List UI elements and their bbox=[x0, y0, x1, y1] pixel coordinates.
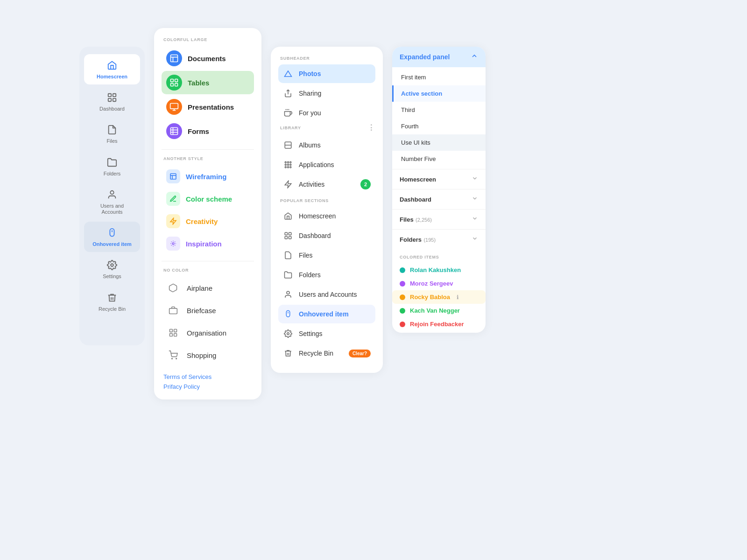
exp-item-first-item[interactable]: First item bbox=[392, 69, 486, 85]
list-section1-header: SUBHEADER bbox=[278, 56, 375, 61]
colored-user-moroz-sergeev[interactable]: Moroz Sergeev bbox=[400, 277, 478, 290]
colorful-item-presentations[interactable]: Presentations bbox=[162, 95, 254, 119]
accordion-text-0: Homescreen bbox=[400, 176, 436, 183]
svg-rect-51 bbox=[285, 232, 287, 235]
popular-item-recycle-bin[interactable]: Recycle Bin Clear? bbox=[278, 344, 375, 363]
sidebar-item-homescreen[interactable]: Homescreen bbox=[84, 54, 140, 84]
library-dots-icon[interactable]: ⋮ bbox=[367, 123, 375, 132]
style-icon-1 bbox=[166, 192, 180, 206]
list-item-applications[interactable]: Applications bbox=[278, 155, 375, 174]
nocolor-item-briefcase[interactable]: Briefcase bbox=[162, 300, 254, 321]
popular-item-homescreen[interactable]: Homescreen bbox=[278, 207, 375, 225]
popular-icon-7 bbox=[283, 348, 293, 358]
colorful-item-documents[interactable]: Documents bbox=[162, 47, 254, 70]
clear-badge[interactable]: Clear? bbox=[349, 350, 371, 357]
accordion-item-dashboard[interactable]: Dashboard bbox=[392, 189, 486, 209]
user-name-1: Moroz Sergeev bbox=[410, 280, 453, 287]
accordion-item-homescreen[interactable]: Homescreen bbox=[392, 169, 486, 189]
svg-rect-31 bbox=[174, 334, 177, 336]
section1-header: COLORFUL LARGE bbox=[162, 37, 254, 42]
sidebar-item-folders[interactable]: Folders bbox=[84, 151, 140, 182]
nocolor-label-0: Airplane bbox=[187, 284, 212, 292]
colored-user-rocky-babloa[interactable]: Rocky Babloa ℹ bbox=[392, 290, 486, 304]
svg-rect-27 bbox=[169, 308, 177, 314]
svg-point-45 bbox=[288, 164, 289, 166]
sidebar-label-1: Dashboard bbox=[99, 106, 125, 112]
list-icon-s2-1 bbox=[283, 160, 293, 170]
colored-user-rolan-kakushken[interactable]: Rolan Kakushken bbox=[400, 263, 478, 277]
sidebar-item-onhovered-item[interactable]: Onhovered item bbox=[84, 222, 140, 252]
svg-rect-8 bbox=[171, 55, 178, 62]
style-item-wireframing[interactable]: Wireframing bbox=[162, 166, 254, 187]
accordion-item-folders[interactable]: Folders (195) bbox=[392, 229, 486, 249]
list-item-for-you[interactable]: For you bbox=[278, 104, 375, 122]
colored-user-rejoin-feedbacker[interactable]: Rejoin Feedbacker bbox=[400, 317, 478, 331]
colorful-item-forms[interactable]: Forms bbox=[162, 119, 254, 143]
svg-point-55 bbox=[287, 291, 289, 294]
nocolor-item-organisation[interactable]: Organisation bbox=[162, 322, 254, 343]
colored-user-kach-van-negger[interactable]: Kach Van Negger bbox=[400, 304, 478, 317]
sidebar-label-6: Settings bbox=[103, 273, 121, 280]
popular-text-2: Files bbox=[299, 252, 371, 259]
style-item-creativity[interactable]: Creativity bbox=[162, 210, 254, 232]
style-item-color-scheme[interactable]: Color scheme bbox=[162, 188, 254, 210]
popular-item-onhovered-item[interactable]: Onhovered item bbox=[278, 305, 375, 323]
sidebar-item-settings[interactable]: Settings bbox=[84, 254, 140, 284]
style-item-inspiration[interactable]: Inspiration bbox=[162, 233, 254, 254]
popular-item-files[interactable]: Files bbox=[278, 246, 375, 265]
list-item-albums[interactable]: Albums bbox=[278, 136, 375, 154]
nocolor-item-airplane[interactable]: Airplane bbox=[162, 277, 254, 299]
popular-item-dashboard[interactable]: Dashboard bbox=[278, 226, 375, 245]
accordion-item-files[interactable]: Files (2,256) bbox=[392, 209, 486, 229]
sidebar-label-0: Homescreen bbox=[97, 74, 127, 80]
list-text-s1-1: Sharing bbox=[299, 90, 371, 97]
list-text-s2-2: Activities bbox=[299, 181, 355, 188]
popular-item-folders[interactable]: Folders bbox=[278, 266, 375, 284]
svg-rect-0 bbox=[108, 94, 111, 97]
list-section2-header: LIBRARY⋮ bbox=[278, 123, 375, 132]
colorful-icon-3 bbox=[166, 123, 182, 139]
popular-item-users-and-accounts[interactable]: Users and Accounts bbox=[278, 285, 375, 304]
svg-rect-13 bbox=[171, 84, 174, 86]
sidebar-item-recycle-bin[interactable]: Recycle Bin bbox=[84, 287, 140, 317]
expanded-panel-header[interactable]: Expanded panel bbox=[392, 47, 486, 67]
section2-header: ANOTHER STYLE bbox=[162, 156, 254, 161]
svg-point-7 bbox=[111, 264, 113, 267]
accordion-sub-3: (195) bbox=[423, 237, 436, 243]
list-item-photos[interactable]: Photos bbox=[278, 64, 375, 83]
exp-item-number-five[interactable]: Number Five bbox=[392, 151, 486, 167]
svg-rect-2 bbox=[108, 98, 111, 101]
user-name-4: Rejoin Feedbacker bbox=[410, 321, 464, 328]
list-icon-s1-1 bbox=[283, 88, 293, 98]
nocolor-item-shopping[interactable]: Shopping bbox=[162, 344, 254, 366]
svg-point-41 bbox=[285, 161, 286, 163]
colorful-item-tables[interactable]: Tables bbox=[162, 71, 254, 94]
chevron-up-icon bbox=[471, 52, 478, 62]
nocolor-icon-3 bbox=[166, 348, 180, 362]
sidebar-item-dashboard[interactable]: Dashboard bbox=[84, 86, 140, 117]
exp-item-third[interactable]: Third bbox=[392, 102, 486, 118]
chevron-down-icon-2 bbox=[472, 215, 478, 224]
sidebar-item-files[interactable]: Files bbox=[84, 119, 140, 149]
svg-rect-5 bbox=[110, 229, 114, 237]
popular-item-settings[interactable]: Settings bbox=[278, 324, 375, 343]
popular-icon-6 bbox=[283, 329, 293, 339]
svg-rect-29 bbox=[174, 329, 177, 332]
list-item-activities[interactable]: Activities 2 bbox=[278, 175, 375, 194]
exp-item-active-section[interactable]: Active section bbox=[392, 85, 486, 102]
color-dot-1 bbox=[400, 281, 405, 287]
colorful-label-3: Forms bbox=[188, 127, 209, 135]
sidebar-icon-5 bbox=[106, 226, 119, 239]
list-item-sharing[interactable]: Sharing bbox=[278, 84, 375, 103]
sidebar-item-users-and-accounts[interactable]: Users and Accounts bbox=[84, 183, 140, 220]
footer-link-1[interactable]: Prifacy Policy bbox=[163, 383, 254, 390]
list-text-s2-1: Applications bbox=[299, 161, 371, 168]
exp-item-use-ui-kits[interactable]: Use UI kits bbox=[392, 134, 486, 151]
exp-item-fourth[interactable]: Fourth bbox=[392, 118, 486, 134]
list-text-s1-0: Photos bbox=[299, 70, 371, 77]
svg-point-44 bbox=[285, 164, 286, 166]
footer-link-0[interactable]: Terms of Services bbox=[163, 373, 254, 380]
sidebar-icon-4 bbox=[106, 188, 119, 201]
popular-icon-3 bbox=[283, 270, 293, 280]
list-icon-s2-2 bbox=[283, 179, 293, 189]
